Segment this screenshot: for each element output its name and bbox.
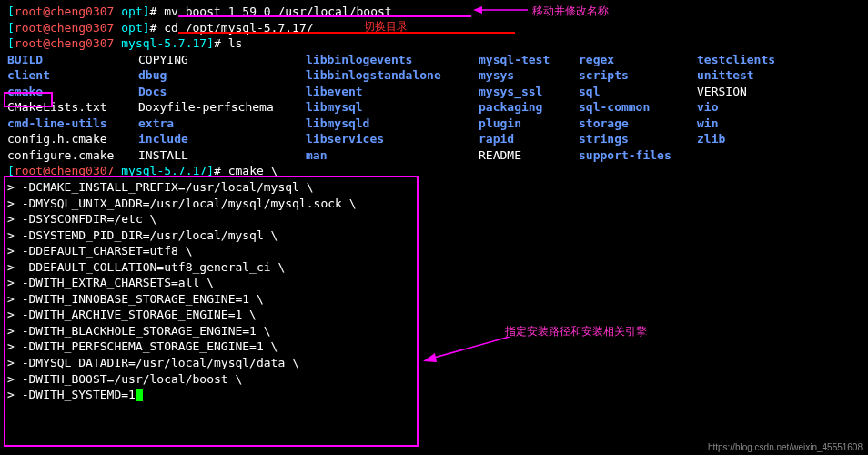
continuation-prompt: > [7,292,22,306]
ls-item: libbinlogstandalone [306,67,479,84]
continuation-prompt: > [7,308,22,321]
cmake-line: > -DWITH_PERFSCHEMA_STORAGE_ENGINE=1 \ [7,339,861,355]
ls-row: clientdbuglibbinlogstandalonemysysscript… [7,67,861,84]
ls-item: scripts [579,67,697,84]
cmake-arg: -DWITH_PERFSCHEMA_STORAGE_ENGINE=1 \ [22,339,278,353]
terminal-line-1: [root@cheng0307 opt]# mv boost 1 59 0 /u… [7,4,861,20]
ls-item: mysys [479,67,579,84]
ls-row: cmakeDocslibeventmysys_sslsqlVERSION [7,84,861,100]
ls-item: libmysqld [306,116,479,132]
ls-item: extra [138,116,306,132]
cmake-arg: -DWITH_INNOBASE_STORAGE_ENGINE=1 \ [22,292,264,306]
ls-item: cmake [7,84,138,100]
cmake-arg: -DMYSQL_DATADIR=/usr/local/mysql/data \ [22,356,299,369]
continuation-prompt: > [7,260,22,274]
cmake-line: > -DWITH_INNOBASE_STORAGE_ENGINE=1 \ [7,291,861,308]
cmake-arg: -DDEFAULT_CHARSET=utf8 \ [22,244,193,258]
ls-item: regex [579,52,697,68]
ls-output: BUILDCOPYINGlibbinlogeventsmysql-testreg… [7,52,861,164]
cmake-continuation-lines: > -DCMAKE_INSTALL_PREFIX=/usr/local/mysq… [7,179,861,403]
continuation-prompt: > [7,228,22,242]
cmake-line: > -DSYSTEMD_PID_DIR=/usr/local/mysql \ [7,228,861,244]
ls-item: INSTALL [138,147,306,164]
cmake-arg: -DMYSQL_UNIX_ADDR=/usr/local/mysql/mysql… [22,197,357,210]
cmake-arg: -DWITH_SYSTEMD=1 [22,388,136,401]
continuation-prompt: > [7,197,22,210]
watermark: https://blog.csdn.net/weixin_45551608 [708,441,863,454]
continuation-prompt: > [7,180,22,194]
ls-item: libservices [306,131,479,147]
ls-item: dbug [138,67,306,84]
cmake-line: > -DWITH_ARCHIVE_STORAGE_ENGINE=1 \ [7,307,861,323]
ls-item: strings [579,131,697,147]
continuation-prompt: > [7,388,22,401]
ls-item: mysys_ssl [479,84,579,100]
cmake-line: > -DSYSCONFDIR=/etc \ [7,211,861,228]
cmake-arg: -DWITH_ARCHIVE_STORAGE_ENGINE=1 \ [22,308,257,321]
ls-item: zlib [697,131,806,147]
cmake-arg: -DWITH_EXTRA_CHARSETS=all \ [22,276,214,289]
ls-item: vio [697,99,806,116]
cmake-line: > -DWITH_SYSTEMD=1 [7,387,861,403]
terminal-line-2: [root@cheng0307 opt]# cd /opt/mysql-5.7.… [7,20,861,36]
ls-item: storage [579,116,697,132]
cmake-line: > -DDEFAULT_COLLATION=utf8_general_ci \ [7,259,861,276]
ls-item: Doxyfile-perfschema [138,99,306,116]
ls-item: mysql-test [479,52,579,68]
cursor [136,389,143,401]
ls-item: VERSION [697,84,806,100]
cmake-line: > -DWITH_BLACKHOLE_STORAGE_ENGINE=1 \ [7,323,861,339]
ls-row: config.h.cmakeincludelibservicesrapidstr… [7,131,861,147]
continuation-prompt: > [7,339,22,353]
cmake-arg: -DCMAKE_INSTALL_PREFIX=/usr/local/mysql … [22,180,314,194]
command-cmake: cmake \ [228,164,278,177]
cmake-arg: -DSYSCONFDIR=/etc \ [22,212,157,226]
ls-item: cmd-line-utils [7,116,138,132]
ls-item: client [7,67,138,84]
continuation-prompt: > [7,356,22,369]
ls-item: Docs [138,84,306,100]
cmake-arg: -DWITH_BOOST=/usr/local/boost \ [22,372,243,386]
ls-item: README [479,147,579,164]
ls-item: man [306,147,479,164]
cmake-arg: -DSYSTEMD_PID_DIR=/usr/local/mysql \ [22,228,278,242]
ls-row: BUILDCOPYINGlibbinlogeventsmysql-testreg… [7,52,861,68]
terminal-line-3: [root@cheng0307 mysql-5.7.17]# ls [7,35,861,52]
cmake-line: > -DWITH_BOOST=/usr/local/boost \ [7,371,861,388]
ls-item: CMakeLists.txt [7,99,138,116]
ls-item: COPYING [138,52,306,68]
continuation-prompt: > [7,244,22,258]
command-ls: ls [228,36,243,50]
ls-item: libevent [306,84,479,100]
command-cd: cd /opt/mysql-5.7.17/ [164,21,313,35]
ls-item: config.h.cmake [7,131,138,147]
cmake-line: > -DCMAKE_INSTALL_PREFIX=/usr/local/mysq… [7,179,861,196]
ls-item: include [138,131,306,147]
ls-item: sql [579,84,697,100]
continuation-prompt: > [7,276,22,289]
ls-row: cmd-line-utilsextralibmysqldpluginstorag… [7,116,861,132]
ls-item: libbinlogevents [306,52,479,68]
command-mv: mv boost 1 59 0 /usr/local/boost [164,5,391,18]
cmake-line: > -DDEFAULT_CHARSET=utf8 \ [7,243,861,259]
ls-item: testclients [697,52,806,68]
ls-row: CMakeLists.txtDoxyfile-perfschemalibmysq… [7,99,861,116]
ls-row: configure.cmakeINSTALLmanREADMEsupport-f… [7,147,861,164]
ls-item: sql-common [579,99,697,116]
ls-item: unittest [697,67,806,84]
ls-item: plugin [479,116,579,132]
ls-item: packaging [479,99,579,116]
cmake-arg: -DWITH_BLACKHOLE_STORAGE_ENGINE=1 \ [22,324,271,338]
continuation-prompt: > [7,372,22,386]
ls-item: win [697,116,806,132]
continuation-prompt: > [7,324,22,338]
cmake-line: > -DWITH_EXTRA_CHARSETS=all \ [7,275,861,291]
ls-item: rapid [479,131,579,147]
cmake-line: > -DMYSQL_UNIX_ADDR=/usr/local/mysql/mys… [7,196,861,212]
cmake-arg: -DDEFAULT_COLLATION=utf8_general_ci \ [22,260,286,274]
ls-item: libmysql [306,99,479,116]
ls-item: support-files [579,147,697,164]
ls-item: BUILD [7,52,138,68]
ls-item: configure.cmake [7,147,138,164]
cmake-line: > -DMYSQL_DATADIR=/usr/local/mysql/data … [7,355,861,371]
